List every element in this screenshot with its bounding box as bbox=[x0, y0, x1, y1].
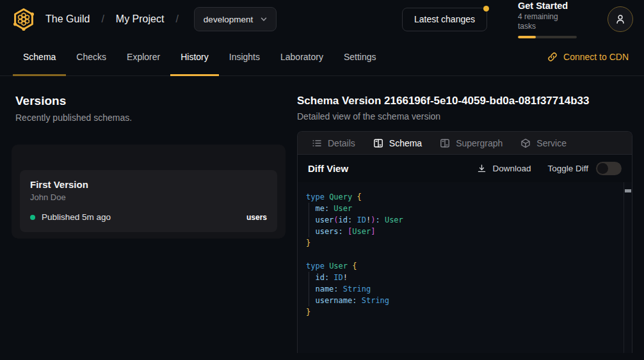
connect-to-cdn-link[interactable]: Connect to CDN bbox=[547, 38, 629, 75]
target-nav: Schema Checks Explorer History Insights … bbox=[0, 38, 644, 76]
code-scrollbar-thumb[interactable] bbox=[625, 189, 631, 192]
tab-insights[interactable]: Insights bbox=[219, 38, 270, 75]
code-line bbox=[306, 249, 615, 260]
dtab-details[interactable]: Details bbox=[303, 132, 364, 154]
download-button[interactable]: Download bbox=[477, 164, 531, 173]
link-icon bbox=[547, 52, 558, 62]
tab-laboratory[interactable]: Laboratory bbox=[270, 38, 334, 75]
version-list-item[interactable]: First Version John Doe Published 5m ago … bbox=[20, 170, 277, 232]
code-line: } bbox=[306, 306, 615, 318]
tab-history[interactable]: History bbox=[170, 38, 219, 75]
code-line: type User { bbox=[306, 260, 615, 272]
get-started-widget[interactable]: Get Started 4 remaining tasks bbox=[518, 1, 577, 38]
notification-dot bbox=[483, 6, 489, 12]
service-badge: users bbox=[246, 213, 267, 222]
toggle-diff-control: Toggle Diff bbox=[547, 162, 622, 175]
code-line: user(id: ID!): User bbox=[306, 214, 615, 226]
dtab-details-label: Details bbox=[328, 138, 355, 148]
breadcrumb-project[interactable]: My Project bbox=[116, 13, 165, 25]
cube-icon bbox=[520, 138, 531, 148]
columns-icon bbox=[440, 138, 450, 148]
tab-checks[interactable]: Checks bbox=[66, 38, 117, 75]
code-line: } bbox=[306, 237, 615, 249]
tab-schema[interactable]: Schema bbox=[13, 38, 66, 75]
tab-settings[interactable]: Settings bbox=[334, 38, 387, 75]
diff-view-title: Diff View bbox=[308, 163, 348, 174]
code-line: name: String bbox=[306, 283, 615, 295]
version-detail-tabs: Details Schema bbox=[298, 132, 632, 155]
header-right-group: Latest changes Get Started 4 remaining t… bbox=[402, 1, 633, 38]
toggle-diff-switch[interactable] bbox=[596, 162, 622, 175]
target-select[interactable]: development bbox=[194, 7, 277, 31]
version-status: Published 5m ago bbox=[42, 212, 111, 222]
schema-sdl-code: type Query { me: User user(id: ID!): Use… bbox=[298, 182, 632, 353]
diff-view-header: Diff View Download Toggle D bbox=[298, 155, 632, 182]
dtab-service[interactable]: Service bbox=[511, 132, 576, 154]
dtab-schema-label: Schema bbox=[389, 138, 422, 148]
dtab-service-label: Service bbox=[536, 138, 567, 148]
code-line: username: String bbox=[306, 295, 615, 306]
top-header: The Guild / My Project / development Lat… bbox=[0, 0, 644, 38]
dtab-supergraph[interactable]: Supergraph bbox=[431, 132, 511, 154]
dtab-schema[interactable]: Schema bbox=[364, 132, 431, 154]
hive-logo-icon[interactable] bbox=[11, 6, 36, 32]
versions-list: First Version John Doe Published 5m ago … bbox=[12, 145, 286, 239]
version-detail-subtitle: Detailed view of the schema version bbox=[297, 111, 632, 121]
breadcrumb-separator: / bbox=[99, 13, 106, 25]
download-icon bbox=[477, 164, 487, 173]
chevron-down-icon bbox=[259, 15, 268, 24]
code-scrollbar[interactable] bbox=[624, 182, 632, 353]
version-author: John Doe bbox=[30, 192, 267, 202]
code-line: type Query { bbox=[306, 191, 615, 203]
toggle-diff-label: Toggle Diff bbox=[547, 164, 588, 173]
latest-changes-label: Latest changes bbox=[414, 14, 475, 24]
version-name: First Version bbox=[30, 179, 267, 190]
version-detail-title: Schema Version 2166196f-5e10-4059-bd0a-0… bbox=[297, 94, 632, 107]
version-detail-panel: Schema Version 2166196f-5e10-4059-bd0a-0… bbox=[297, 76, 644, 353]
breadcrumb-org[interactable]: The Guild bbox=[45, 13, 90, 25]
code-line: me: User bbox=[306, 203, 615, 214]
published-dot-icon bbox=[30, 215, 35, 220]
connect-to-cdn-label: Connect to CDN bbox=[563, 52, 629, 62]
target-select-value: development bbox=[204, 15, 253, 24]
columns-icon bbox=[373, 138, 383, 148]
get-started-subtitle: 4 remaining tasks bbox=[518, 12, 577, 31]
get-started-progress-fill bbox=[518, 36, 536, 38]
code-line: users: [User] bbox=[306, 226, 615, 237]
version-status-row: Published 5m ago users bbox=[30, 212, 267, 222]
code-line: id: ID! bbox=[306, 272, 615, 283]
versions-subtitle: Recently published schemas. bbox=[15, 113, 282, 123]
main-content: Versions Recently published schemas. Fir… bbox=[0, 76, 644, 353]
dtab-supergraph-label: Supergraph bbox=[456, 138, 503, 148]
get-started-title: Get Started bbox=[518, 1, 577, 12]
diff-view-actions: Download Toggle Diff bbox=[477, 162, 622, 175]
user-icon bbox=[615, 13, 626, 25]
versions-panel: Versions Recently published schemas. Fir… bbox=[0, 76, 297, 239]
list-icon bbox=[312, 138, 322, 148]
toggle-diff-knob bbox=[597, 163, 608, 174]
tab-explorer[interactable]: Explorer bbox=[117, 38, 170, 75]
latest-changes-button[interactable]: Latest changes bbox=[402, 8, 487, 31]
get-started-progress bbox=[518, 36, 577, 38]
versions-title: Versions bbox=[15, 94, 282, 108]
download-label: Download bbox=[492, 164, 531, 173]
version-detail-box: Details Schema bbox=[297, 131, 632, 353]
breadcrumb-separator: / bbox=[173, 13, 181, 25]
user-avatar[interactable] bbox=[608, 6, 633, 32]
